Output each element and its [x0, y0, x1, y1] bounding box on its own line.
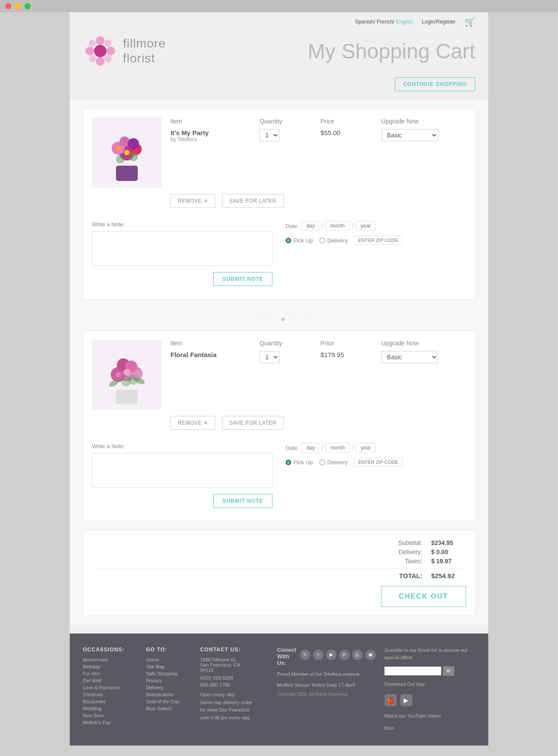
item-details-2: Item Floral Fantasia Quantity 123 Price [170, 340, 466, 363]
footer-link-bouquetes[interactable]: Bouquetes [83, 699, 137, 704]
delivery-row: Delivery: $ 0.00 [92, 548, 466, 555]
page-title: My Shopping Cart [308, 39, 475, 63]
item-name-2: Floral Fantasia [170, 351, 255, 358]
delivery-label-1[interactable]: Delivery [320, 237, 348, 244]
subtotal-value: $234.95 [431, 539, 466, 546]
youtube-icon[interactable]: ▶ [326, 650, 337, 660]
item-columns-2: Item Floral Fantasia Quantity 123 Price [170, 340, 466, 363]
date-month-input-2[interactable] [326, 443, 350, 453]
item-price-1: $55.00 [320, 129, 377, 136]
footer-link-substitutions[interactable]: Substitutions [146, 692, 191, 697]
close-window-btn[interactable] [5, 3, 11, 9]
submit-note-button-1[interactable]: SUBMIT NOTE [213, 272, 272, 286]
minimize-window-btn[interactable] [15, 3, 21, 9]
email-submit-btn[interactable]: ✉ [443, 666, 454, 676]
date-year-input-2[interactable] [356, 443, 375, 453]
footer-link-safeshopping[interactable]: Safe Shopping [146, 671, 191, 676]
footer-link-dealofday[interactable]: Deal of the Day [146, 699, 191, 704]
android-app-icon[interactable]: ▶ [400, 694, 412, 706]
rss-icon[interactable]: ◉ [365, 650, 376, 660]
total-row: TOTAL: $254.92 [92, 568, 466, 579]
lang-english[interactable]: English [396, 19, 413, 25]
pinterest-icon[interactable]: P [339, 650, 350, 660]
pickup-radio-1[interactable] [286, 238, 291, 243]
born-label: Born [384, 725, 475, 731]
apple-app-icon[interactable]: 🍎 [384, 694, 397, 706]
save-for-later-button-1[interactable]: SAVE FOR LATER [222, 194, 284, 208]
pickup-label-2[interactable]: Pick Up [286, 459, 313, 466]
zip-input-2[interactable] [354, 458, 402, 467]
taxes-value: $ 19.97 [431, 558, 466, 565]
date-year-input-1[interactable] [356, 221, 375, 231]
svg-point-17 [116, 155, 125, 163]
item-image-1 [92, 118, 162, 187]
remove-button-2[interactable]: REMOVE ✕ [170, 416, 215, 430]
svg-rect-11 [116, 166, 138, 181]
svg-point-18 [129, 153, 138, 161]
download-app-label: Download Our App: [384, 681, 475, 687]
youtube-label[interactable]: Watch our YouTube Video! [384, 713, 475, 719]
login-register-link[interactable]: Login/Register [422, 19, 456, 25]
quantity-select-2[interactable]: 123 [259, 351, 279, 363]
upgrade-select-1[interactable]: BasicDeluxePremium [381, 129, 438, 141]
lang-french[interactable]: French [377, 19, 393, 25]
footer-link-bestsellers[interactable]: Best Sellers [146, 706, 191, 711]
remove-button-1[interactable]: REMOVE ✕ [170, 194, 215, 208]
svg-rect-22 [116, 390, 138, 404]
cart-icon[interactable]: 🛒 [464, 17, 475, 27]
continue-shopping-button[interactable]: CONTINUE SHOPPING [395, 77, 475, 91]
item-columns-1: Item It's My Party by Teleflora Quantity… [170, 118, 466, 143]
footer-link-wedding[interactable]: Wedding [83, 706, 137, 711]
pickup-radio-2[interactable] [286, 460, 291, 465]
upgrade-select-2[interactable]: BasicDeluxePremium [381, 351, 438, 363]
footer-link-love[interactable]: Love & Romance [83, 685, 137, 690]
footer-link-newborn[interactable]: New Born [83, 713, 137, 718]
footer-link-birthday[interactable]: Birthday [83, 664, 137, 669]
footer-link-anniversary[interactable]: Anniversary [83, 657, 137, 662]
footer-link-christmas[interactable]: Chistmas [83, 692, 137, 697]
delivery-radio-2[interactable] [320, 460, 325, 465]
delivery-label-2[interactable]: Delivery [320, 459, 348, 466]
note-textarea-1[interactable] [92, 231, 272, 266]
item-actions-2: REMOVE ✕ SAVE FOR LATER [170, 416, 466, 430]
item-col-qty-1: Quantity 123 [259, 118, 316, 143]
note-textarea-2[interactable] [92, 453, 272, 488]
footer-link-privacy[interactable]: Privacy [146, 678, 191, 683]
item-actions-1: REMOVE ✕ SAVE FOR LATER [170, 194, 466, 208]
subtotal-row: Subtotal: $234.95 [92, 539, 466, 546]
window-chrome [0, 0, 558, 12]
svg-point-8 [105, 55, 112, 62]
twitter-icon[interactable]: 𝕏 [300, 650, 310, 660]
delivery-radio-1[interactable] [320, 238, 325, 243]
zip-input-1[interactable] [354, 236, 402, 245]
footer-link-getwell[interactable]: Get Well [83, 678, 137, 683]
date-day-input-1[interactable] [302, 221, 319, 231]
footer-link-sitemap[interactable]: Site Map [146, 664, 191, 669]
pickup-label-1[interactable]: Pick Up [286, 237, 313, 244]
footer-link-delivery[interactable]: Delivery [146, 685, 191, 690]
email-subscribe-input[interactable] [384, 667, 441, 675]
facebook-icon[interactable]: f [313, 650, 323, 660]
checkout-button[interactable]: CHECK OUT [381, 586, 466, 607]
footer-grid: OCCASSIONS: Anniversary Birthday For Him… [83, 647, 475, 732]
email-row: ✉ [384, 666, 475, 676]
item-image-2 [92, 340, 162, 409]
submit-note-button-2[interactable]: SUBMIT NOTE [213, 494, 272, 508]
maximize-window-btn[interactable] [24, 3, 31, 9]
date-day-input-2[interactable] [302, 443, 319, 453]
date-month-input-1[interactable] [326, 221, 350, 231]
price-header: Price [320, 118, 377, 125]
note-right-1: Date / / Pick Up D [286, 221, 466, 286]
main-page: Spanish/ French/ English Login/Register … [70, 12, 488, 746]
note-left-2: Write a Note: SUBMIT NOTE [92, 443, 272, 508]
svg-point-19 [124, 150, 129, 155]
note-label-1: Write a Note: [92, 221, 272, 228]
lang-spanish[interactable]: Spanish [355, 19, 374, 25]
quantity-select-1[interactable]: 123 [259, 129, 279, 141]
footer-link-home[interactable]: Home [146, 657, 191, 662]
footer-link-forhim[interactable]: For Him [83, 671, 137, 676]
footer-link-mothersday[interactable]: Mother's Day [83, 720, 137, 725]
save-for-later-button-2[interactable]: SAVE FOR LATER [222, 416, 284, 430]
google-icon[interactable]: G [352, 650, 363, 660]
language-selector: Spanish/ French/ English [355, 19, 413, 25]
